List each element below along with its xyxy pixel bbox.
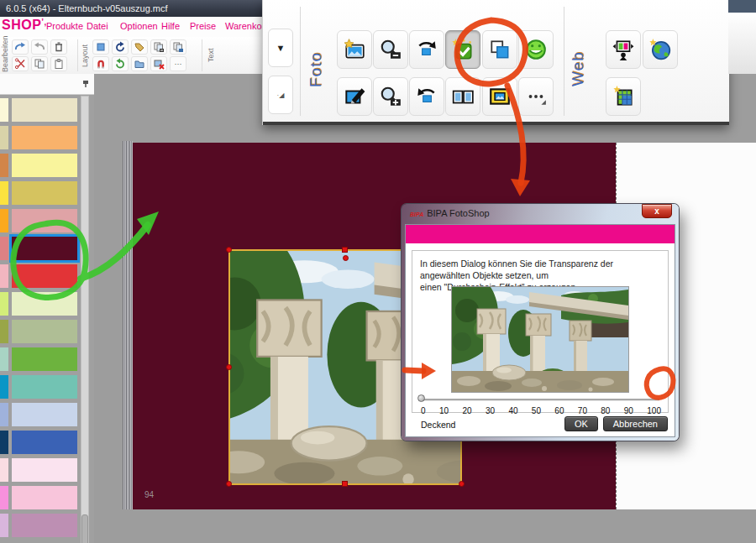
handle-bottom-left[interactable] bbox=[226, 481, 232, 487]
color-swatch[interactable] bbox=[12, 264, 77, 288]
transparency-slider[interactable] bbox=[421, 399, 659, 401]
cut-button[interactable] bbox=[12, 56, 29, 71]
rotate-green-button[interactable] bbox=[112, 56, 129, 71]
slider-tick-label: 60 bbox=[554, 406, 564, 415]
color-swatch-partial[interactable] bbox=[0, 486, 8, 509]
color-swatch-partial[interactable] bbox=[0, 403, 8, 426]
color-swatch-partial[interactable] bbox=[0, 431, 8, 454]
section-label-foto: Foto bbox=[307, 25, 325, 113]
pin-icon[interactable] bbox=[81, 80, 90, 88]
new-photo-button[interactable] bbox=[337, 30, 372, 69]
color-swatch-partial[interactable] bbox=[0, 264, 8, 288]
dialog-body: In diesem Dialog können Sie die Transpar… bbox=[405, 224, 675, 437]
handle-top-center[interactable] bbox=[342, 247, 348, 253]
smiley-button[interactable] bbox=[518, 30, 554, 69]
enhance-photo-button[interactable] bbox=[445, 30, 480, 69]
color-swatch-partial[interactable] bbox=[0, 514, 8, 537]
corner-more-button[interactable]: ·◢ bbox=[268, 76, 293, 114]
handle-bottom-center[interactable] bbox=[342, 481, 348, 487]
color-swatch[interactable] bbox=[12, 292, 77, 316]
overlay-more-button[interactable] bbox=[518, 77, 554, 116]
color-swatch[interactable] bbox=[12, 431, 77, 454]
folder-button[interactable] bbox=[131, 56, 148, 71]
menu-item-produkte[interactable]: Produkte bbox=[46, 21, 83, 31]
slider-ticks: 0102030405060708090100 bbox=[421, 406, 661, 415]
slideshow-button[interactable] bbox=[606, 30, 641, 69]
slider-handle[interactable] bbox=[417, 394, 425, 402]
handle-rotate[interactable] bbox=[343, 255, 349, 261]
menu-item-optionen[interactable]: Optionen bbox=[120, 21, 158, 31]
dialog-groupbox: In diesem Dialog können Sie die Transpar… bbox=[412, 250, 669, 413]
menu-item-datei[interactable]: Datei bbox=[87, 21, 108, 31]
color-swatch[interactable] bbox=[12, 375, 77, 399]
tag-icon bbox=[134, 41, 145, 53]
color-swatch-partial[interactable] bbox=[0, 320, 8, 343]
rotate-cw-button[interactable] bbox=[409, 30, 444, 69]
handle-bottom-right[interactable] bbox=[459, 481, 465, 487]
color-swatch-partial[interactable] bbox=[0, 237, 8, 260]
transparency-button[interactable] bbox=[482, 30, 517, 69]
page-stack-edge bbox=[123, 141, 133, 509]
color-swatch[interactable] bbox=[12, 403, 77, 426]
zoom-out-photo-button[interactable] bbox=[373, 30, 408, 69]
copy-remove-button[interactable] bbox=[150, 39, 167, 55]
zoom-in-photo-button[interactable] bbox=[373, 77, 408, 116]
color-swatch[interactable] bbox=[12, 126, 77, 149]
menu-item-hilfe[interactable]: Hilfe bbox=[161, 21, 180, 31]
dual-photo-button[interactable] bbox=[445, 77, 480, 116]
remove-image-button[interactable] bbox=[150, 56, 167, 71]
color-swatch[interactable] bbox=[12, 486, 77, 509]
palette-scrollbar-thumb[interactable] bbox=[81, 514, 88, 543]
frame-photo-button[interactable] bbox=[482, 77, 517, 116]
color-swatch-partial[interactable] bbox=[0, 458, 8, 482]
bipa-logo: BIPA bbox=[410, 211, 423, 217]
color-swatch-partial[interactable] bbox=[0, 292, 8, 316]
color-swatch[interactable] bbox=[12, 154, 77, 177]
color-swatch[interactable] bbox=[12, 181, 77, 205]
transparency-preview bbox=[451, 286, 629, 393]
undo-button[interactable] bbox=[31, 39, 48, 55]
delete-button[interactable] bbox=[50, 39, 67, 55]
color-swatch[interactable] bbox=[12, 98, 77, 122]
handle-mid-left[interactable] bbox=[226, 364, 232, 370]
close-button[interactable]: x bbox=[642, 204, 672, 218]
rotate-ccw-button[interactable] bbox=[409, 77, 444, 116]
color-swatch[interactable] bbox=[12, 320, 77, 343]
color-swatch-partial[interactable] bbox=[0, 375, 8, 399]
color-swatch[interactable] bbox=[12, 209, 77, 232]
palette-scrollbar[interactable] bbox=[81, 96, 89, 543]
cancel-button[interactable]: Abbrechen bbox=[603, 416, 668, 431]
copy-add-button[interactable] bbox=[170, 39, 186, 55]
color-swatch-partial[interactable] bbox=[0, 181, 8, 205]
new-web-button[interactable] bbox=[643, 30, 678, 69]
slider-tick-label: 30 bbox=[486, 406, 495, 415]
magnet-button[interactable] bbox=[92, 56, 109, 71]
menu-item-preise[interactable]: Preise bbox=[190, 21, 216, 31]
handle-top-left[interactable] bbox=[226, 247, 232, 253]
color-swatch-partial[interactable] bbox=[0, 98, 8, 122]
color-swatch-partial[interactable] bbox=[0, 347, 8, 371]
slider-tick-label: 90 bbox=[624, 406, 633, 415]
undo-icon bbox=[34, 41, 45, 53]
color-swatch-partial[interactable] bbox=[0, 209, 8, 232]
dropdown-button[interactable]: ▼ bbox=[268, 29, 293, 67]
color-swatch-partial[interactable] bbox=[0, 154, 8, 177]
color-swatch-selected[interactable] bbox=[12, 237, 77, 260]
tag-button[interactable] bbox=[131, 39, 148, 55]
rotate-object-button[interactable] bbox=[112, 39, 129, 55]
redo-button[interactable] bbox=[12, 39, 29, 55]
edit-photo-button[interactable] bbox=[337, 77, 372, 116]
color-swatch[interactable] bbox=[12, 514, 77, 537]
trash-icon bbox=[53, 41, 65, 53]
copy-button[interactable] bbox=[31, 56, 48, 71]
web-grid-button[interactable] bbox=[606, 77, 641, 116]
fill-square-button[interactable] bbox=[92, 39, 109, 55]
paste-button[interactable] bbox=[50, 56, 67, 71]
ok-button[interactable]: OK bbox=[564, 416, 598, 431]
copy-add-icon bbox=[172, 41, 184, 53]
color-swatch[interactable] bbox=[12, 347, 77, 371]
color-swatch[interactable] bbox=[12, 458, 77, 482]
layout-more-button[interactable]: ··· bbox=[170, 56, 186, 71]
copy-remove-icon bbox=[153, 41, 165, 53]
color-swatch-partial[interactable] bbox=[0, 126, 8, 149]
